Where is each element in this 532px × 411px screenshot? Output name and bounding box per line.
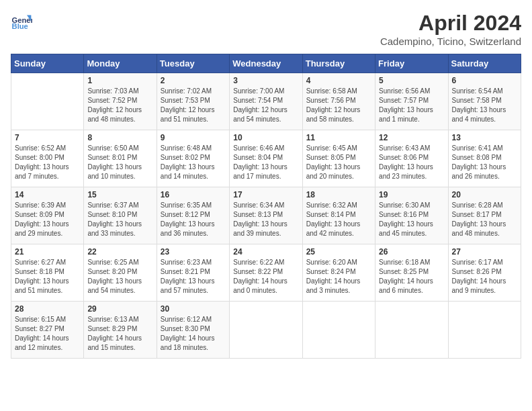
calendar-week-row: 7Sunrise: 6:52 AM Sunset: 8:00 PM Daylig… [11, 130, 521, 187]
page-header: General Blue April 2024 Cadempino, Ticin… [11, 11, 521, 47]
day-of-week-header: Friday [375, 54, 448, 73]
day-info: Sunrise: 6:25 AM Sunset: 8:20 PM Dayligh… [87, 258, 152, 295]
logo: General Blue [11, 11, 32, 32]
day-number: 10 [233, 133, 298, 142]
day-number: 19 [379, 190, 444, 199]
day-info: Sunrise: 6:37 AM Sunset: 8:10 PM Dayligh… [87, 201, 152, 238]
day-number: 6 [452, 76, 517, 85]
day-number: 4 [306, 76, 371, 85]
calendar-day-cell: 9Sunrise: 6:48 AM Sunset: 8:02 PM Daylig… [157, 130, 229, 187]
day-info: Sunrise: 6:50 AM Sunset: 8:01 PM Dayligh… [87, 144, 152, 181]
logo-icon: General Blue [11, 11, 32, 32]
day-info: Sunrise: 7:02 AM Sunset: 7:53 PM Dayligh… [161, 87, 226, 124]
day-number: 20 [452, 190, 517, 199]
day-number: 14 [15, 190, 80, 199]
calendar-week-row: 28Sunrise: 6:15 AM Sunset: 8:27 PM Dayli… [11, 302, 521, 359]
calendar-day-cell: 13Sunrise: 6:41 AM Sunset: 8:08 PM Dayli… [448, 130, 521, 187]
day-info: Sunrise: 6:15 AM Sunset: 8:27 PM Dayligh… [15, 315, 80, 353]
day-info: Sunrise: 6:23 AM Sunset: 8:21 PM Dayligh… [161, 258, 226, 295]
day-number: 25 [306, 247, 371, 257]
calendar-day-cell: 20Sunrise: 6:28 AM Sunset: 8:17 PM Dayli… [448, 187, 521, 244]
calendar-week-row: 1Sunrise: 7:03 AM Sunset: 7:52 PM Daylig… [11, 73, 521, 130]
svg-text:Blue: Blue [12, 22, 28, 30]
calendar-week-row: 14Sunrise: 6:39 AM Sunset: 8:09 PM Dayli… [11, 187, 521, 244]
calendar-day-cell: 16Sunrise: 6:35 AM Sunset: 8:12 PM Dayli… [157, 187, 229, 244]
calendar-table: SundayMondayTuesdayWednesdayThursdayFrid… [11, 54, 521, 359]
day-number: 17 [233, 190, 298, 199]
day-number: 23 [161, 247, 226, 257]
calendar-day-cell: 23Sunrise: 6:23 AM Sunset: 8:21 PM Dayli… [157, 244, 229, 302]
day-number: 16 [161, 190, 226, 199]
calendar-day-cell: 1Sunrise: 7:03 AM Sunset: 7:52 PM Daylig… [84, 73, 157, 130]
day-info: Sunrise: 6:20 AM Sunset: 8:24 PM Dayligh… [306, 258, 371, 295]
day-number: 11 [306, 133, 371, 142]
day-info: Sunrise: 7:00 AM Sunset: 7:54 PM Dayligh… [233, 87, 298, 124]
calendar-day-cell: 27Sunrise: 6:17 AM Sunset: 8:26 PM Dayli… [448, 244, 521, 302]
day-info: Sunrise: 6:54 AM Sunset: 7:58 PM Dayligh… [452, 87, 517, 124]
calendar-day-cell: 15Sunrise: 6:37 AM Sunset: 8:10 PM Dayli… [84, 187, 157, 244]
day-info: Sunrise: 6:32 AM Sunset: 8:14 PM Dayligh… [306, 201, 371, 238]
empty-day-cell [230, 302, 302, 359]
calendar-day-cell: 10Sunrise: 6:46 AM Sunset: 8:04 PM Dayli… [230, 130, 302, 187]
day-info: Sunrise: 6:18 AM Sunset: 8:25 PM Dayligh… [379, 258, 444, 295]
calendar-day-cell: 26Sunrise: 6:18 AM Sunset: 8:25 PM Dayli… [375, 244, 448, 302]
day-info: Sunrise: 6:28 AM Sunset: 8:17 PM Dayligh… [452, 201, 517, 238]
calendar-day-cell: 28Sunrise: 6:15 AM Sunset: 8:27 PM Dayli… [11, 302, 84, 359]
day-info: Sunrise: 6:39 AM Sunset: 8:09 PM Dayligh… [15, 201, 80, 238]
calendar-week-row: 21Sunrise: 6:27 AM Sunset: 8:18 PM Dayli… [11, 244, 521, 302]
calendar-day-cell: 22Sunrise: 6:25 AM Sunset: 8:20 PM Dayli… [84, 244, 157, 302]
day-of-week-header: Monday [84, 54, 157, 73]
calendar-day-cell: 14Sunrise: 6:39 AM Sunset: 8:09 PM Dayli… [11, 187, 84, 244]
day-info: Sunrise: 6:35 AM Sunset: 8:12 PM Dayligh… [161, 201, 226, 238]
day-info: Sunrise: 6:17 AM Sunset: 8:26 PM Dayligh… [452, 258, 517, 295]
calendar-day-cell: 4Sunrise: 6:58 AM Sunset: 7:56 PM Daylig… [302, 73, 375, 130]
day-number: 2 [161, 76, 226, 85]
empty-day-cell [302, 302, 375, 359]
calendar-day-cell: 5Sunrise: 6:56 AM Sunset: 7:57 PM Daylig… [375, 73, 448, 130]
day-of-week-header: Saturday [448, 54, 521, 73]
day-number: 9 [161, 133, 226, 142]
month-title: April 2024 [380, 11, 521, 36]
calendar-day-cell: 2Sunrise: 7:02 AM Sunset: 7:53 PM Daylig… [157, 73, 229, 130]
calendar-day-cell: 12Sunrise: 6:43 AM Sunset: 8:06 PM Dayli… [375, 130, 448, 187]
day-info: Sunrise: 6:13 AM Sunset: 8:29 PM Dayligh… [87, 315, 152, 353]
calendar-day-cell: 6Sunrise: 6:54 AM Sunset: 7:58 PM Daylig… [448, 73, 521, 130]
empty-day-cell [448, 302, 521, 359]
day-info: Sunrise: 6:12 AM Sunset: 8:30 PM Dayligh… [161, 315, 226, 353]
day-info: Sunrise: 6:41 AM Sunset: 8:08 PM Dayligh… [452, 144, 517, 181]
calendar-day-cell: 29Sunrise: 6:13 AM Sunset: 8:29 PM Dayli… [84, 302, 157, 359]
day-of-week-header: Tuesday [157, 54, 229, 73]
empty-day-cell [11, 73, 84, 130]
calendar-day-cell: 7Sunrise: 6:52 AM Sunset: 8:00 PM Daylig… [11, 130, 84, 187]
calendar-day-cell: 19Sunrise: 6:30 AM Sunset: 8:16 PM Dayli… [375, 187, 448, 244]
day-number: 7 [15, 133, 80, 142]
day-number: 15 [87, 190, 152, 199]
day-info: Sunrise: 6:27 AM Sunset: 8:18 PM Dayligh… [15, 258, 80, 295]
calendar-day-cell: 18Sunrise: 6:32 AM Sunset: 8:14 PM Dayli… [302, 187, 375, 244]
title-block: April 2024 Cadempino, Ticino, Switzerlan… [380, 11, 521, 47]
day-number: 27 [452, 247, 517, 257]
calendar-day-cell: 24Sunrise: 6:22 AM Sunset: 8:22 PM Dayli… [230, 244, 302, 302]
calendar-day-cell: 17Sunrise: 6:34 AM Sunset: 8:13 PM Dayli… [230, 187, 302, 244]
day-of-week-header: Sunday [11, 54, 84, 73]
day-number: 8 [87, 133, 152, 142]
day-of-week-header: Wednesday [230, 54, 302, 73]
day-info: Sunrise: 6:46 AM Sunset: 8:04 PM Dayligh… [233, 144, 298, 181]
day-of-week-header: Thursday [302, 54, 375, 73]
day-number: 1 [87, 76, 152, 85]
day-info: Sunrise: 6:34 AM Sunset: 8:13 PM Dayligh… [233, 201, 298, 238]
day-info: Sunrise: 6:43 AM Sunset: 8:06 PM Dayligh… [379, 144, 444, 181]
calendar-day-cell: 25Sunrise: 6:20 AM Sunset: 8:24 PM Dayli… [302, 244, 375, 302]
day-number: 12 [379, 133, 444, 142]
calendar-day-cell: 3Sunrise: 7:00 AM Sunset: 7:54 PM Daylig… [230, 73, 302, 130]
day-info: Sunrise: 6:30 AM Sunset: 8:16 PM Dayligh… [379, 201, 444, 238]
calendar-day-cell: 30Sunrise: 6:12 AM Sunset: 8:30 PM Dayli… [157, 302, 229, 359]
day-info: Sunrise: 6:22 AM Sunset: 8:22 PM Dayligh… [233, 258, 298, 295]
day-number: 5 [379, 76, 444, 85]
calendar-header-row: SundayMondayTuesdayWednesdayThursdayFrid… [11, 54, 521, 73]
day-number: 22 [87, 247, 152, 257]
day-number: 21 [15, 247, 80, 257]
day-info: Sunrise: 6:48 AM Sunset: 8:02 PM Dayligh… [161, 144, 226, 181]
day-info: Sunrise: 7:03 AM Sunset: 7:52 PM Dayligh… [87, 87, 152, 124]
day-info: Sunrise: 6:52 AM Sunset: 8:00 PM Dayligh… [15, 144, 80, 181]
